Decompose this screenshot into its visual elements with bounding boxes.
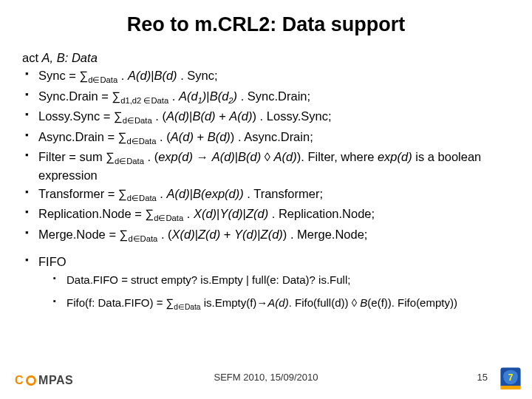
svg-text:7: 7 (508, 372, 514, 383)
page-number: 15 (477, 372, 488, 383)
def-sync: Sync = ∑d∈Data . A(d)|B(d) . Sync; (22, 67, 510, 86)
slide-footer: CMPAS SEFM 2010, 15/09/2010 15 7 (0, 364, 532, 393)
fifo-struct: Data.FIFO = struct empty? is.Empty | ful… (52, 273, 510, 287)
def-asyncdrain: Async.Drain = ∑d∈Data . (A(d) + B(d)) . … (22, 129, 510, 147)
def-lossysync: Lossy.Sync = ∑d∈Data . (A(d)|B(d) + A(d)… (22, 108, 510, 126)
def-fifo: FIFO Data.FIFO = struct empty? is.Empty … (22, 253, 510, 312)
def-filter: Filter = sum ∑d∈Data . (exp(d) → A(d)|B(… (22, 149, 510, 184)
footer-venue: SEFM 2010, 15/09/2010 (0, 372, 532, 383)
svg-rect-2 (500, 386, 520, 389)
slide-body: act A, B: Data Sync = ∑d∈Data . A(d)|B(d… (22, 50, 510, 312)
fp7-logo-icon: 7 (498, 365, 523, 390)
act-declaration: act A, B: Data (22, 50, 510, 66)
def-syncdrain: Sync.Drain = ∑d1,d2 ∈Data . A(d1)|B(d2) … (22, 88, 510, 106)
fifo-label: FIFO (38, 255, 66, 268)
definition-list: Sync = ∑d∈Data . A(d)|B(d) . Sync; Sync.… (22, 67, 510, 245)
def-transformer: Transformer = ∑d∈Data . A(d)|B(exp(d)) .… (22, 185, 510, 204)
def-mergenode: Merge.Node = ∑d∈Data . (X(d)|Z(d) + Y(d)… (22, 226, 510, 245)
fifo-def: Fifo(f: Data.FIFO) = ∑d∈Data is.Empty(f)… (52, 296, 510, 313)
fifo-section: FIFO Data.FIFO = struct empty? is.Empty … (22, 253, 510, 312)
fifo-sublist: Data.FIFO = struct empty? is.Empty | ful… (52, 273, 510, 312)
def-replicationnode: Replication.Node = ∑d∈Data . X(d)|Y(d)|Z… (22, 205, 510, 224)
slide-title: Reo to m.CRL2: Data support (22, 13, 510, 36)
